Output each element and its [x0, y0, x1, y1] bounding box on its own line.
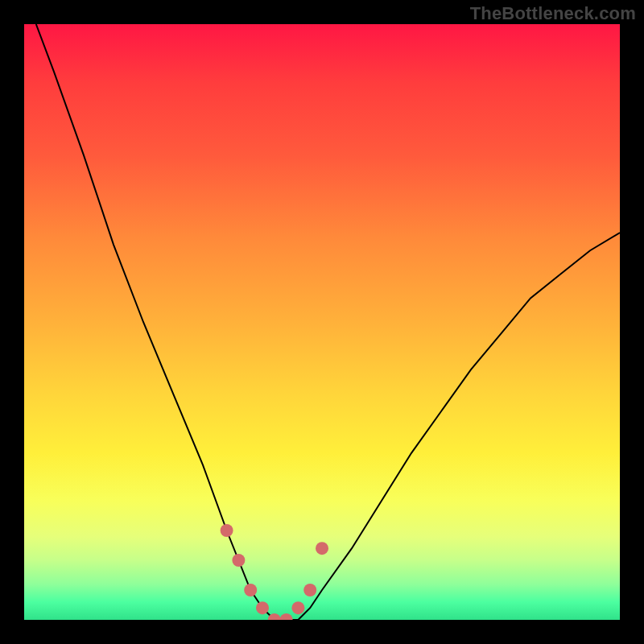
bottleneck-curve	[36, 24, 620, 620]
trough-marker-dot	[291, 601, 304, 614]
trough-marker-dot	[280, 613, 293, 620]
trough-marker-dot	[232, 554, 245, 567]
plot-area	[24, 24, 620, 620]
curve-svg	[24, 24, 620, 620]
trough-marker-dot	[303, 584, 316, 597]
trough-marker-dot	[316, 542, 328, 555]
chart-frame: TheBottleneck.com	[0, 0, 644, 644]
watermark-text: TheBottleneck.com	[470, 3, 636, 24]
trough-marker-dot	[221, 524, 233, 537]
trough-marker-dot	[256, 601, 269, 614]
trough-marker-dot	[244, 584, 257, 597]
